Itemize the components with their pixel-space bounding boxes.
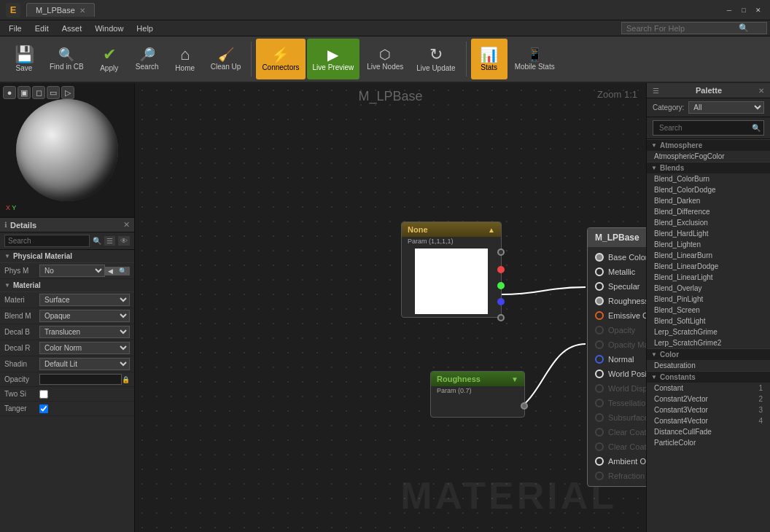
home-button[interactable]: ⌂ Home — [167, 39, 203, 79]
palette-section-constants[interactable]: ▼ Constants — [647, 371, 770, 383]
palette-item-hardlight[interactable]: Blend_HardLight — [647, 228, 770, 239]
palette-item-colordodge[interactable]: Blend_ColorDodge — [647, 184, 770, 195]
node-roughness[interactable]: Roughness ▼ Param (0.7) — [430, 371, 525, 418]
preview-plane-btn[interactable]: ▣ — [18, 86, 31, 99]
phys-m-back-btn[interactable]: ◀ — [105, 267, 116, 275]
close-button[interactable]: ✕ — [752, 4, 764, 16]
help-search-box[interactable]: 🔍 — [621, 22, 767, 34]
physical-material-section[interactable]: ▼ Physical Material — [0, 250, 134, 263]
node-roughness-expand-icon[interactable]: ▼ — [511, 375, 518, 383]
node-none-subtitle: Param (1,1,1,1) — [402, 237, 501, 246]
preview-sphere-btn[interactable]: ● — [3, 86, 16, 99]
specular-conn[interactable] — [595, 282, 604, 291]
palette-section-blends[interactable]: ▼ Blends — [647, 162, 770, 173]
node-none-conn4[interactable] — [497, 298, 505, 305]
save-button[interactable]: 💾 Save — [6, 39, 42, 79]
roughness-conn[interactable] — [595, 297, 604, 305]
palette-item-darken[interactable]: Blend_Darken — [647, 195, 770, 206]
palette-item-distancecull[interactable]: DistanceCullFade — [647, 426, 770, 437]
tangent-checkbox[interactable] — [39, 404, 48, 413]
palette-item-softlight[interactable]: Blend_SoftLight — [647, 316, 770, 326]
live-update-button[interactable]: ↻ Live Update — [411, 39, 461, 79]
menu-edit[interactable]: Edit — [29, 23, 55, 34]
normal-conn[interactable] — [595, 355, 604, 364]
mlpbase-node[interactable]: M_LPBase Base Color Metallic Specular — [587, 227, 646, 487]
node-none-conn5[interactable] — [497, 314, 505, 321]
palette-item-linearburn[interactable]: Blend_LinearBurn — [647, 250, 770, 261]
palette-item-difference[interactable]: Blend_Difference — [647, 206, 770, 217]
connectors-button[interactable]: ⚡ Connectors — [256, 39, 305, 79]
tab-close-icon[interactable]: ✕ — [79, 7, 85, 15]
basecolor-conn[interactable] — [595, 253, 604, 262]
palette-item-pinlight[interactable]: Blend_PinLight — [647, 294, 770, 305]
palette-item-linearlight[interactable]: Blend_LinearLight — [647, 272, 770, 283]
ao-conn[interactable] — [595, 457, 604, 466]
node-none-conn1[interactable] — [497, 249, 505, 256]
palette-section-color[interactable]: ▼ Color — [647, 348, 770, 360]
toolbar-separator-1 — [251, 42, 252, 77]
wpo-conn[interactable] — [595, 369, 604, 378]
palette-item-particlecolor[interactable]: ParticleColor — [647, 437, 770, 448]
palette-search-input[interactable] — [656, 122, 752, 133]
palette-item-constant4[interactable]: Constant4Vector 4 — [647, 415, 770, 426]
palette-close-icon[interactable]: ✕ — [758, 87, 764, 95]
search-button[interactable]: 🔎 Search — [129, 39, 166, 79]
palette-item-constant3[interactable]: Constant3Vector 3 — [647, 404, 770, 415]
minimize-button[interactable]: ─ — [723, 4, 735, 16]
phys-m-select[interactable]: No — [39, 265, 105, 277]
mobile-stats-button[interactable]: 📱 Mobile Stats — [509, 39, 561, 79]
apply-button[interactable]: ✔ Apply — [91, 39, 128, 79]
palette-item-exclusion[interactable]: Blend_Exclusion — [647, 217, 770, 228]
menu-window[interactable]: Window — [89, 23, 129, 34]
stats-button[interactable]: 📊 Stats — [471, 39, 508, 79]
menu-file[interactable]: File — [3, 23, 28, 34]
palette-item-lighten[interactable]: Blend_Lighten — [647, 239, 770, 250]
twosided-checkbox[interactable] — [39, 390, 48, 399]
palette-item-screen[interactable]: Blend_Screen — [647, 305, 770, 316]
node-roughness-conn[interactable] — [521, 402, 528, 410]
canvas-area[interactable]: M_LPBase Zoom 1:1 MATERIAL None ▲ Param … — [135, 83, 646, 532]
details-search-input[interactable] — [4, 235, 90, 247]
preview-cube-btn[interactable]: ◻ — [32, 86, 45, 99]
cleanup-button[interactable]: 🧹 Clean Up — [205, 39, 247, 79]
palette-item-lineardodge[interactable]: Blend_LinearDodge — [647, 261, 770, 272]
toolbar-separator-2 — [466, 42, 467, 77]
help-search-input[interactable] — [626, 24, 736, 33]
opacity-input[interactable]: 0.3333 — [39, 374, 122, 385]
palette-category-select[interactable]: All — [688, 101, 764, 114]
phys-m-search-btn[interactable]: 🔍 — [116, 267, 130, 275]
domain-select[interactable]: Surface — [39, 294, 130, 306]
palette-item-lerp2[interactable]: Lerp_ScratchGrime2 — [647, 337, 770, 348]
list-view-icon[interactable]: ☰ — [104, 236, 115, 246]
find-in-cb-button[interactable]: 🔍 Find in CB — [44, 39, 90, 79]
shading-select[interactable]: Default Lit — [39, 358, 130, 370]
maximize-button[interactable]: □ — [738, 4, 750, 16]
decal-b-select[interactable]: Translucen — [39, 326, 130, 338]
palette-item-constant2[interactable]: Constant2Vector 2 — [647, 394, 770, 404]
menu-help[interactable]: Help — [131, 23, 159, 34]
preview-cylinder-btn[interactable]: ▭ — [47, 86, 60, 99]
live-nodes-button[interactable]: ⬡ Live Nodes — [361, 39, 409, 79]
title-tab[interactable]: M_LPBase ✕ — [26, 3, 95, 17]
preview-expand-btn[interactable]: ▷ — [61, 86, 74, 99]
blend-select[interactable]: Opaque — [39, 310, 130, 322]
node-none[interactable]: None ▲ Param (1,1,1,1) — [401, 222, 502, 318]
palette-item-atmosphericfog[interactable]: AtmosphericFogColor — [647, 151, 770, 162]
palette-section-atmosphere[interactable]: ▼ Atmosphere — [647, 139, 770, 151]
eye-icon[interactable]: 👁 — [118, 236, 130, 246]
menu-asset[interactable]: Asset — [56, 23, 88, 34]
node-none-conn2[interactable] — [497, 266, 505, 273]
decal-r-select[interactable]: Color Norm — [39, 342, 130, 354]
palette-item-constant[interactable]: Constant 1 — [647, 383, 770, 394]
live-preview-button[interactable]: ▶ Live Preview — [307, 39, 360, 79]
palette-item-colorburn[interactable]: Blend_ColorBurn — [647, 173, 770, 184]
palette-item-overlay[interactable]: Blend_Overlay — [647, 283, 770, 294]
palette-item-desaturation[interactable]: Desaturation — [647, 360, 770, 371]
palette-item-lerp1[interactable]: Lerp_ScratchGrime — [647, 326, 770, 337]
emissive-conn[interactable] — [595, 311, 604, 320]
metallic-conn[interactable] — [595, 267, 604, 276]
details-close-icon[interactable]: ✕ — [123, 220, 130, 230]
material-section[interactable]: ▼ Material — [0, 279, 134, 292]
node-none-conn3[interactable] — [497, 282, 505, 289]
node-none-expand-icon[interactable]: ▲ — [488, 226, 495, 234]
